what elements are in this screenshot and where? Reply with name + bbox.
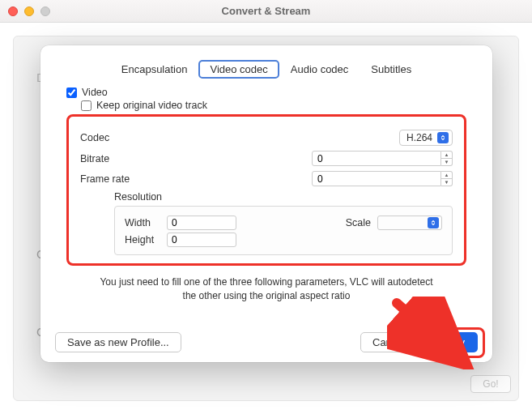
keep-checkbox-row[interactable]: Keep original video track: [81, 100, 466, 111]
framerate-label: Frame rate: [80, 173, 161, 185]
highlight-box-fields: Codec H.264 Bitrate ▲▼ Frame rate: [66, 114, 466, 266]
scale-label: Scale: [346, 217, 371, 228]
bitrate-stepper[interactable]: ▲▼: [441, 151, 453, 166]
cancel-button[interactable]: Cancel: [360, 332, 417, 352]
tab-bar: Encapsulation Video codec Audio codec Su…: [40, 60, 492, 79]
hint-text: You just need to fill one of the three f…: [66, 266, 466, 303]
video-checkbox-label: Video: [82, 87, 108, 98]
tab-subtitles[interactable]: Subtitles: [360, 60, 423, 79]
close-icon[interactable]: [8, 6, 18, 16]
save-profile-button[interactable]: Save as new Profile...: [55, 332, 181, 352]
resolution-label: Resolution: [114, 191, 453, 203]
chevron-updown-icon: [428, 217, 439, 228]
bottom-bar: Save as new Profile... Cancel Apply: [55, 332, 478, 352]
zoom-icon: [40, 6, 50, 16]
height-input[interactable]: [167, 233, 236, 247]
profile-modal: Encapsulation Video codec Audio codec Su…: [40, 45, 492, 362]
apply-button[interactable]: Apply: [425, 332, 478, 352]
framerate-row: Frame rate ▲▼: [80, 171, 453, 186]
keep-checkbox[interactable]: [81, 100, 92, 111]
video-checkbox[interactable]: [66, 87, 77, 98]
bitrate-input[interactable]: [312, 151, 441, 166]
go-button: Go!: [470, 375, 511, 393]
titlebar: Convert & Stream: [0, 0, 532, 23]
resolution-box: Width Scale H: [114, 206, 453, 255]
width-label: Width: [125, 217, 160, 228]
keep-checkbox-label: Keep original video track: [96, 100, 207, 111]
bitrate-input-group: ▲▼: [312, 151, 453, 166]
codec-label: Codec: [80, 132, 161, 143]
codec-row: Codec H.264: [80, 130, 453, 146]
resolution-section: Resolution Width Scale: [80, 191, 453, 255]
minimize-icon[interactable]: [24, 6, 34, 16]
tab-video-codec[interactable]: Video codec: [198, 60, 279, 79]
framerate-input[interactable]: [312, 171, 441, 186]
tab-encapsulation[interactable]: Encapsulation: [110, 60, 199, 79]
framerate-input-group: ▲▼: [312, 171, 453, 186]
bitrate-label: Bitrate: [80, 153, 161, 164]
window-controls: [8, 6, 50, 16]
scale-group: Scale: [346, 216, 442, 230]
content: Video Keep original video track Codec H.…: [40, 87, 492, 303]
window-title: Convert & Stream: [0, 5, 532, 17]
codec-value: H.264: [406, 132, 432, 143]
scale-select[interactable]: [377, 216, 442, 230]
tab-audio-codec[interactable]: Audio codec: [279, 60, 360, 79]
height-label: Height: [125, 234, 160, 245]
bitrate-row: Bitrate ▲▼: [80, 151, 453, 166]
height-row: Height: [125, 233, 442, 247]
width-row: Width Scale: [125, 216, 442, 230]
video-checkbox-row[interactable]: Video: [66, 87, 466, 98]
codec-select[interactable]: H.264: [399, 130, 453, 146]
framerate-stepper[interactable]: ▲▼: [441, 171, 453, 186]
width-input[interactable]: [167, 216, 236, 230]
chevron-updown-icon: [437, 132, 449, 143]
